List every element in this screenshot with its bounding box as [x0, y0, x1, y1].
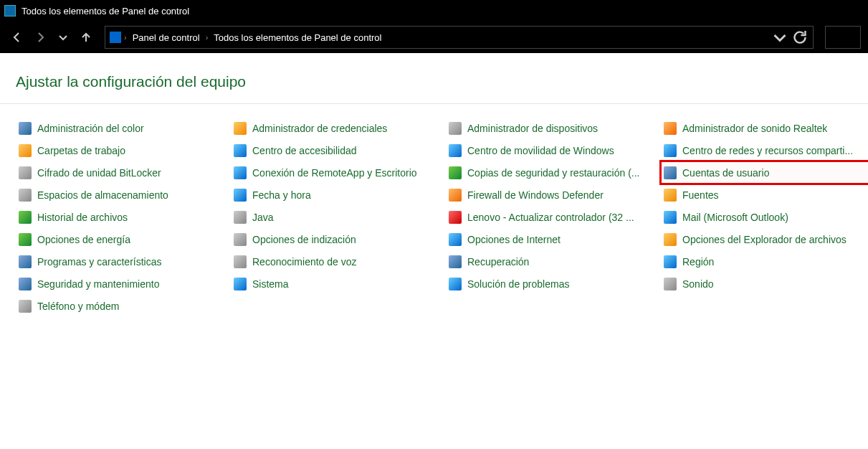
item-work-folders-label: Carpetas de trabajo [37, 145, 125, 156]
item-file-history[interactable]: Historial de archivos [16, 206, 231, 228]
titlebar: Todos los elementos de Panel de control [0, 0, 868, 22]
item-remoteapp-label: Conexión de RemoteApp y Escritorio [252, 167, 417, 179]
item-mobility-center[interactable]: Centro de movilidad de Windows [446, 139, 661, 161]
chevron-right-icon: › [206, 33, 209, 42]
item-troubleshooting-label: Solución de problemas [467, 278, 569, 290]
column-1: Administrador de credencialesCentro de a… [231, 117, 446, 317]
item-bitlocker[interactable]: Cifrado de unidad BitLocker [16, 161, 231, 184]
item-sound-icon [664, 278, 677, 290]
search-input[interactable] [825, 26, 861, 49]
item-indexing-options[interactable]: Opciones de indización [231, 228, 446, 250]
item-sound[interactable]: Sonido [661, 273, 868, 295]
item-ease-of-access[interactable]: Centro de accesibilidad [231, 139, 446, 161]
item-work-folders[interactable]: Carpetas de trabajo [16, 139, 231, 161]
item-network-sharing-label: Centro de redes y recursos comparti... [682, 145, 853, 156]
item-user-accounts[interactable]: Cuentas de usuario [661, 161, 868, 184]
item-bitlocker-label: Cifrado de unidad BitLocker [37, 167, 161, 179]
chevron-right-icon: › [124, 33, 127, 42]
column-0: Administración del colorCarpetas de trab… [16, 117, 231, 317]
item-credential-manager[interactable]: Administrador de credenciales [231, 117, 446, 139]
breadcrumb-root[interactable]: Panel de control [130, 31, 203, 44]
up-button[interactable] [76, 27, 96, 47]
item-java-label: Java [252, 212, 274, 223]
item-device-manager-label: Administrador de dispositivos [467, 123, 598, 134]
item-lenovo-update-icon [449, 211, 462, 224]
item-realtek-audio[interactable]: Administrador de sonido Realtek [661, 117, 868, 139]
arrow-up-icon [80, 32, 92, 43]
item-remoteapp-icon [234, 166, 247, 179]
item-power-options-icon [19, 233, 32, 246]
item-date-time[interactable]: Fecha y hora [231, 184, 446, 206]
item-file-history-label: Historial de archivos [37, 212, 128, 223]
item-troubleshooting[interactable]: Solución de problemas [446, 273, 661, 295]
item-recovery[interactable]: Recuperación [446, 250, 661, 273]
item-explorer-options-label: Opciones del Explorador de archivos [682, 234, 846, 245]
item-phone-modem-label: Teléfono y módem [37, 301, 119, 312]
breadcrumb-current[interactable]: Todos los elementos de Panel de control [211, 31, 384, 44]
item-programs-features-icon [19, 255, 32, 268]
window-title: Todos los elementos de Panel de control [22, 6, 189, 16]
item-phone-modem[interactable]: Teléfono y módem [16, 295, 231, 317]
item-mail-outlook-label: Mail (Microsoft Outlook) [682, 212, 788, 223]
back-button[interactable] [7, 27, 27, 47]
item-speech-icon [234, 255, 247, 268]
content-area: Ajustar la configuración del equipo Admi… [0, 53, 868, 317]
item-power-options-label: Opciones de energía [37, 234, 130, 245]
item-indexing-options-label: Opciones de indización [252, 234, 356, 245]
item-ease-of-access-icon [234, 144, 247, 157]
item-fonts[interactable]: Fuentes [661, 184, 868, 206]
item-speech[interactable]: Reconocimiento de voz [231, 250, 446, 273]
item-network-sharing[interactable]: Centro de redes y recursos comparti... [661, 139, 868, 161]
item-explorer-options[interactable]: Opciones del Explorador de archivos [661, 228, 868, 250]
item-system-icon [234, 278, 247, 290]
item-internet-options[interactable]: Opciones de Internet [446, 228, 661, 250]
refresh-button[interactable] [791, 29, 809, 46]
item-security-maintenance-label: Seguridad y mantenimiento [37, 278, 159, 290]
item-firewall[interactable]: Firewall de Windows Defender [446, 184, 661, 206]
item-mobility-center-icon [449, 144, 462, 157]
forward-button[interactable] [30, 27, 50, 47]
item-remoteapp[interactable]: Conexión de RemoteApp y Escritorio [231, 161, 446, 184]
item-device-manager[interactable]: Administrador de dispositivos [446, 117, 661, 139]
item-lenovo-update[interactable]: Lenovo - Actualizar controlador (32 ... [446, 206, 661, 228]
arrow-right-icon [34, 32, 46, 43]
item-internet-options-icon [449, 233, 462, 246]
item-user-accounts-icon [664, 166, 677, 179]
item-bitlocker-icon [19, 166, 32, 179]
item-network-sharing-icon [664, 144, 677, 157]
item-color-management-label: Administración del color [37, 123, 144, 134]
item-backup-restore[interactable]: Copias de seguridad y restauración (... [446, 161, 661, 184]
item-speech-label: Reconocimiento de voz [252, 256, 357, 268]
item-storage-spaces[interactable]: Espacios de almacenamiento [16, 184, 231, 206]
recent-button[interactable] [53, 27, 73, 47]
control-panel-icon [4, 5, 16, 16]
item-work-folders-icon [19, 144, 32, 157]
chevron-down-icon [57, 32, 69, 43]
item-recovery-icon [449, 255, 462, 268]
item-storage-spaces-icon [19, 189, 32, 202]
item-troubleshooting-icon [449, 278, 462, 290]
address-bar[interactable]: › Panel de control › Todos los elementos… [105, 26, 814, 49]
item-programs-features[interactable]: Programas y características [16, 250, 231, 273]
item-security-maintenance[interactable]: Seguridad y mantenimiento [16, 273, 231, 295]
item-power-options[interactable]: Opciones de energía [16, 228, 231, 250]
item-color-management[interactable]: Administración del color [16, 117, 231, 139]
control-panel-icon [110, 32, 121, 43]
item-java[interactable]: Java [231, 206, 446, 228]
item-mail-outlook[interactable]: Mail (Microsoft Outlook) [661, 206, 868, 228]
item-user-accounts-label: Cuentas de usuario [682, 167, 769, 179]
item-system[interactable]: Sistema [231, 273, 446, 295]
item-lenovo-update-label: Lenovo - Actualizar controlador (32 ... [467, 212, 634, 223]
item-backup-restore-icon [449, 166, 462, 179]
item-region[interactable]: Región [661, 250, 868, 273]
item-storage-spaces-label: Espacios de almacenamiento [37, 189, 168, 201]
item-mobility-center-label: Centro de movilidad de Windows [467, 145, 614, 156]
item-explorer-options-icon [664, 233, 677, 246]
item-internet-options-label: Opciones de Internet [467, 234, 561, 245]
column-3: Administrador de sonido RealtekCentro de… [661, 117, 868, 317]
item-ease-of-access-label: Centro de accesibilidad [252, 145, 357, 156]
address-dropdown-button[interactable] [771, 29, 788, 46]
arrow-left-icon [11, 32, 23, 43]
refresh-icon [791, 29, 809, 46]
item-firewall-icon [449, 189, 462, 202]
